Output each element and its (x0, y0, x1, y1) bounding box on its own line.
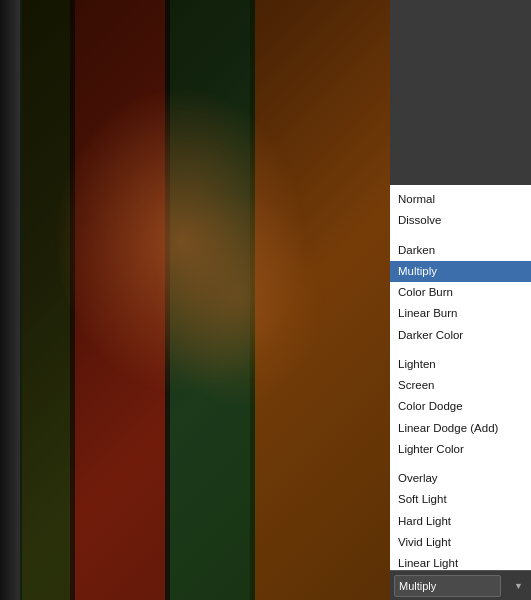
blend-mode-select[interactable]: NormalDissolveDarkenMultiplyColor BurnLi… (394, 575, 501, 597)
blend-item-vivid-light[interactable]: Vivid Light (390, 532, 531, 553)
blend-item-soft-light[interactable]: Soft Light (390, 489, 531, 510)
blend-item-linear-burn[interactable]: Linear Burn (390, 303, 531, 324)
blend-item-normal[interactable]: Normal (390, 189, 531, 210)
blend-item-darker-color[interactable]: Darker Color (390, 325, 531, 346)
blend-item-color-dodge[interactable]: Color Dodge (390, 396, 531, 417)
blend-group-3: OverlaySoft LightHard LightVivid LightLi… (390, 468, 531, 570)
blend-item-linear-dodge-add[interactable]: Linear Dodge (Add) (390, 418, 531, 439)
face-layer (0, 0, 390, 600)
select-wrapper: NormalDissolveDarkenMultiplyColor BurnLi… (394, 575, 527, 597)
blend-item-lighter-color[interactable]: Lighter Color (390, 439, 531, 460)
blend-item-screen[interactable]: Screen (390, 375, 531, 396)
blend-group-0: NormalDissolve (390, 189, 531, 232)
blend-item-color-burn[interactable]: Color Burn (390, 282, 531, 303)
blend-item-lighten[interactable]: Lighten (390, 354, 531, 375)
blend-item-multiply[interactable]: Multiply (390, 261, 531, 282)
blend-item-hard-light[interactable]: Hard Light (390, 511, 531, 532)
main-container: NormalDissolveDarkenMultiplyColor BurnLi… (0, 0, 531, 600)
select-arrow-icon: ▼ (514, 581, 523, 591)
blend-group-1: DarkenMultiplyColor BurnLinear BurnDarke… (390, 240, 531, 346)
blend-item-overlay[interactable]: Overlay (390, 468, 531, 489)
panel-bottom: NormalDissolveDarkenMultiplyColor BurnLi… (390, 570, 531, 600)
blend-item-dissolve[interactable]: Dissolve (390, 210, 531, 231)
blend-item-darken[interactable]: Darken (390, 240, 531, 261)
blend-mode-list[interactable]: NormalDissolveDarkenMultiplyColor BurnLi… (390, 185, 531, 570)
right-panel: NormalDissolveDarkenMultiplyColor BurnLi… (390, 0, 531, 600)
image-area (0, 0, 390, 600)
blend-item-linear-light[interactable]: Linear Light (390, 553, 531, 570)
panel-top (390, 0, 531, 185)
blend-group-2: LightenScreenColor DodgeLinear Dodge (Ad… (390, 354, 531, 460)
